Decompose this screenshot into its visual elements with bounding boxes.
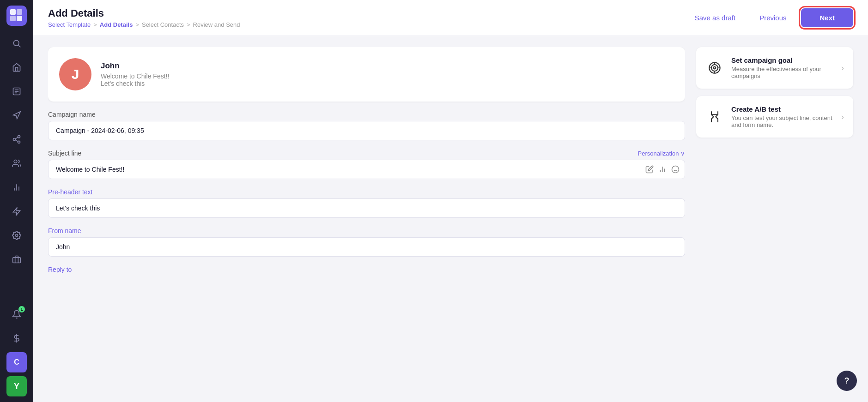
preview-subject: Welcome to Chile Fest!! [101, 72, 169, 80]
breadcrumb: Select Template > Add Details > Select C… [48, 21, 240, 28]
svg-point-20 [16, 234, 18, 237]
svg-rect-21 [13, 258, 21, 263]
save-draft-button[interactable]: Save as draft [686, 10, 745, 25]
sidebar-item-contacts[interactable] [6, 153, 27, 174]
svg-line-14 [15, 137, 18, 138]
from-name-group: From name [48, 227, 685, 257]
campaign-name-input[interactable] [48, 121, 685, 140]
reply-to-group: Reply to [48, 266, 685, 273]
sidebar-bottom: 1 C Y [6, 304, 27, 396]
sidebar-item-dollar[interactable] [6, 328, 27, 348]
subject-input-wrap [48, 160, 685, 179]
svg-point-15 [14, 160, 17, 163]
page-header: Add Details Select Template > Add Detail… [33, 0, 868, 36]
sidebar-item-analytics[interactable] [6, 177, 27, 198]
email-preview-card: J John Welcome to Chile Fest!! Let's che… [48, 47, 685, 102]
subject-line-label: Subject line [48, 150, 81, 157]
svg-point-26 [672, 166, 679, 173]
sidebar-item-campaigns[interactable] [6, 105, 27, 126]
svg-rect-0 [10, 9, 16, 15]
preview-name: John [101, 61, 169, 71]
user-avatar-purple[interactable]: C [6, 352, 27, 372]
sidebar-item-reports[interactable] [6, 81, 27, 102]
help-button[interactable]: ? [837, 371, 857, 391]
edit-icon[interactable] [645, 165, 654, 174]
campaign-goal-text: Set campaign goal Measure the effectiven… [731, 56, 834, 79]
campaign-goal-icon [705, 59, 724, 77]
svg-point-10 [18, 136, 20, 138]
notification-badge: 1 [18, 306, 25, 312]
svg-rect-3 [17, 16, 22, 21]
campaign-goal-chevron: › [841, 63, 844, 73]
avatar: J [59, 58, 91, 90]
from-name-input[interactable] [48, 237, 685, 257]
user-avatar-y[interactable]: Y [6, 376, 27, 396]
preheader-group: Pre-header text [48, 188, 685, 218]
ab-test-chevron: › [841, 112, 844, 122]
bar-chart-icon[interactable] [658, 165, 667, 174]
reply-to-label: Reply to [48, 266, 685, 273]
campaign-goal-card[interactable]: Set campaign goal Measure the effectiven… [696, 47, 853, 89]
subject-line-input[interactable] [48, 160, 685, 179]
preview-preheader: Let's check this [101, 80, 169, 87]
sidebar-item-settings[interactable] [6, 225, 27, 246]
svg-rect-1 [17, 9, 22, 15]
sidebar-item-home[interactable] [6, 57, 27, 78]
sidebar-item-notifications[interactable]: 1 [6, 304, 27, 324]
svg-point-30 [711, 65, 718, 71]
campaign-goal-desc: Measure the effectiveness of your campai… [731, 66, 834, 79]
campaign-name-label: Campaign name [48, 111, 685, 118]
page-title: Add Details [48, 7, 240, 19]
personalization-button[interactable]: Personalization ∨ [638, 150, 686, 157]
svg-line-5 [18, 45, 21, 48]
app-logo[interactable] [6, 6, 27, 26]
ab-test-card[interactable]: Create A/B test You can test your subjec… [696, 96, 853, 138]
next-button[interactable]: Next [801, 8, 853, 27]
breadcrumb-select-template[interactable]: Select Template [48, 21, 91, 28]
previous-button[interactable]: Previous [750, 10, 795, 25]
sidebar-item-connections[interactable] [6, 129, 27, 150]
svg-point-12 [18, 141, 20, 143]
from-name-label: From name [48, 227, 685, 234]
ab-test-desc: You can test your subject line, content … [731, 114, 834, 128]
sidebar-item-search[interactable] [6, 33, 27, 54]
sidebar-item-automations[interactable] [6, 201, 27, 222]
subject-line-group: Subject line Personalization ∨ [48, 150, 685, 179]
svg-line-13 [15, 140, 18, 141]
subject-icons [645, 165, 680, 174]
subject-line-row: Subject line Personalization ∨ [48, 150, 685, 157]
left-panel: J John Welcome to Chile Fest!! Let's che… [48, 47, 685, 391]
main-content: Add Details Select Template > Add Detail… [33, 0, 868, 402]
ab-test-text: Create A/B test You can test your subjec… [731, 105, 834, 128]
svg-point-4 [13, 40, 19, 46]
preheader-label: Pre-header text [48, 188, 685, 196]
sidebar: 1 C Y [0, 0, 33, 402]
svg-point-11 [13, 138, 16, 141]
breadcrumb-select-contacts[interactable]: Select Contacts [142, 21, 184, 28]
header-left: Add Details Select Template > Add Detail… [48, 7, 240, 28]
preview-info: John Welcome to Chile Fest!! Let's check… [101, 61, 169, 87]
svg-rect-2 [10, 16, 16, 21]
ab-test-icon [705, 108, 724, 126]
ab-test-title: Create A/B test [731, 105, 834, 113]
breadcrumb-add-details[interactable]: Add Details [100, 21, 133, 28]
breadcrumb-review-send[interactable]: Review and Send [193, 21, 240, 28]
header-actions: Save as draft Previous Next [686, 8, 853, 27]
body-area: J John Welcome to Chile Fest!! Let's che… [33, 36, 868, 402]
emoji-icon[interactable] [671, 165, 680, 174]
campaign-goal-title: Set campaign goal [731, 56, 834, 64]
right-panel: Set campaign goal Measure the effectiven… [696, 47, 853, 391]
preheader-input[interactable] [48, 198, 685, 218]
campaign-name-group: Campaign name [48, 111, 685, 140]
svg-point-31 [714, 67, 716, 69]
svg-marker-19 [13, 208, 20, 216]
sidebar-item-store[interactable] [6, 249, 27, 270]
